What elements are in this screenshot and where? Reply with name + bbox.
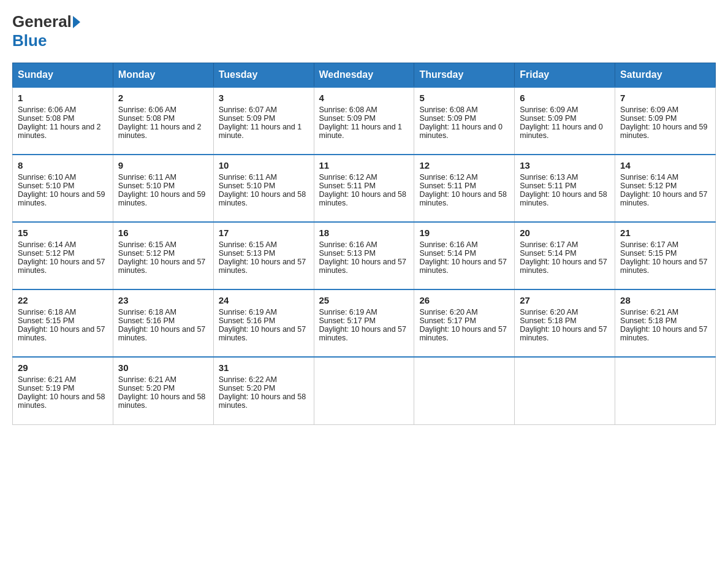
sunrise-text: Sunrise: 6:21 AM bbox=[620, 308, 678, 316]
week-row-3: 15Sunrise: 6:14 AMSunset: 5:12 PMDayligh… bbox=[13, 222, 716, 289]
sunrise-text: Sunrise: 6:20 AM bbox=[419, 308, 477, 316]
sunrise-text: Sunrise: 6:21 AM bbox=[18, 375, 76, 384]
calendar-cell bbox=[615, 357, 716, 424]
sunrise-text: Sunrise: 6:15 AM bbox=[219, 240, 277, 249]
day-number: 29 bbox=[18, 362, 108, 373]
week-row-2: 8Sunrise: 6:10 AMSunset: 5:10 PMDaylight… bbox=[13, 155, 716, 222]
week-row-5: 29Sunrise: 6:21 AMSunset: 5:19 PMDayligh… bbox=[13, 357, 716, 424]
day-number: 26 bbox=[419, 295, 509, 305]
day-number: 20 bbox=[520, 228, 610, 238]
daylight-text: Daylight: 10 hours and 57 minutes. bbox=[620, 325, 707, 342]
sunset-text: Sunset: 5:09 PM bbox=[520, 114, 576, 123]
sunset-text: Sunset: 5:10 PM bbox=[118, 182, 175, 190]
week-row-4: 22Sunrise: 6:18 AMSunset: 5:15 PMDayligh… bbox=[13, 289, 716, 357]
calendar-cell: 2Sunrise: 6:06 AMSunset: 5:08 PMDaylight… bbox=[113, 87, 213, 155]
calendar-cell: 27Sunrise: 6:20 AMSunset: 5:18 PMDayligh… bbox=[515, 289, 615, 357]
sunrise-text: Sunrise: 6:09 AM bbox=[520, 105, 578, 114]
sunrise-text: Sunrise: 6:20 AM bbox=[520, 308, 578, 316]
calendar-cell: 23Sunrise: 6:18 AMSunset: 5:16 PMDayligh… bbox=[113, 289, 213, 357]
sunset-text: Sunset: 5:17 PM bbox=[419, 316, 476, 325]
calendar-cell: 1Sunrise: 6:06 AMSunset: 5:08 PMDaylight… bbox=[13, 87, 113, 155]
sunrise-text: Sunrise: 6:08 AM bbox=[419, 105, 477, 114]
day-number: 30 bbox=[118, 362, 208, 373]
sunset-text: Sunset: 5:13 PM bbox=[319, 249, 376, 258]
sunrise-text: Sunrise: 6:13 AM bbox=[520, 173, 578, 182]
calendar-cell: 30Sunrise: 6:21 AMSunset: 5:20 PMDayligh… bbox=[113, 357, 213, 424]
sunrise-text: Sunrise: 6:18 AM bbox=[118, 308, 176, 316]
daylight-text: Daylight: 10 hours and 58 minutes. bbox=[419, 190, 506, 207]
sunset-text: Sunset: 5:09 PM bbox=[620, 114, 677, 123]
sunrise-text: Sunrise: 6:12 AM bbox=[319, 173, 377, 182]
calendar-cell: 20Sunrise: 6:17 AMSunset: 5:14 PMDayligh… bbox=[515, 222, 615, 289]
sunset-text: Sunset: 5:18 PM bbox=[620, 316, 677, 325]
sunrise-text: Sunrise: 6:18 AM bbox=[18, 308, 76, 316]
sunrise-text: Sunrise: 6:22 AM bbox=[219, 375, 277, 384]
calendar-cell: 24Sunrise: 6:19 AMSunset: 5:16 PMDayligh… bbox=[213, 289, 314, 357]
sunset-text: Sunset: 5:15 PM bbox=[620, 249, 677, 258]
sunset-text: Sunset: 5:14 PM bbox=[520, 249, 576, 258]
calendar-cell: 31Sunrise: 6:22 AMSunset: 5:20 PMDayligh… bbox=[213, 357, 314, 424]
day-number: 27 bbox=[520, 295, 610, 305]
header-wednesday: Wednesday bbox=[314, 63, 414, 88]
calendar-cell: 16Sunrise: 6:15 AMSunset: 5:12 PMDayligh… bbox=[113, 222, 213, 289]
sunset-text: Sunset: 5:09 PM bbox=[419, 114, 476, 123]
day-number: 23 bbox=[118, 295, 208, 305]
day-number: 15 bbox=[18, 228, 108, 238]
daylight-text: Daylight: 10 hours and 57 minutes. bbox=[118, 258, 205, 275]
daylight-text: Daylight: 11 hours and 1 minute. bbox=[319, 123, 403, 140]
daylight-text: Daylight: 10 hours and 57 minutes. bbox=[18, 325, 105, 342]
sunrise-text: Sunrise: 6:12 AM bbox=[419, 173, 477, 182]
sunset-text: Sunset: 5:18 PM bbox=[520, 316, 576, 325]
daylight-text: Daylight: 11 hours and 0 minutes. bbox=[520, 123, 603, 140]
day-number: 21 bbox=[620, 228, 710, 238]
day-number: 6 bbox=[520, 93, 610, 103]
header-sunday: Sunday bbox=[13, 63, 113, 88]
day-number: 4 bbox=[319, 93, 409, 103]
calendar-cell: 13Sunrise: 6:13 AMSunset: 5:11 PMDayligh… bbox=[515, 155, 615, 222]
calendar-cell: 26Sunrise: 6:20 AMSunset: 5:17 PMDayligh… bbox=[414, 289, 515, 357]
calendar-cell: 6Sunrise: 6:09 AMSunset: 5:09 PMDaylight… bbox=[515, 87, 615, 155]
sunrise-text: Sunrise: 6:07 AM bbox=[219, 105, 277, 114]
day-number: 14 bbox=[620, 160, 710, 170]
sunrise-text: Sunrise: 6:11 AM bbox=[118, 173, 176, 182]
sunrise-text: Sunrise: 6:06 AM bbox=[118, 105, 176, 114]
sunset-text: Sunset: 5:20 PM bbox=[219, 384, 275, 393]
daylight-text: Daylight: 10 hours and 57 minutes. bbox=[319, 258, 406, 275]
calendar-cell: 5Sunrise: 6:08 AMSunset: 5:09 PMDaylight… bbox=[414, 87, 515, 155]
daylight-text: Daylight: 10 hours and 59 minutes. bbox=[18, 190, 105, 207]
day-number: 16 bbox=[118, 228, 208, 238]
sunset-text: Sunset: 5:11 PM bbox=[419, 182, 476, 190]
sunset-text: Sunset: 5:14 PM bbox=[419, 249, 476, 258]
calendar-cell bbox=[314, 357, 414, 424]
daylight-text: Daylight: 10 hours and 58 minutes. bbox=[219, 190, 306, 207]
calendar-cell: 8Sunrise: 6:10 AMSunset: 5:10 PMDaylight… bbox=[13, 155, 113, 222]
daylight-text: Daylight: 10 hours and 59 minutes. bbox=[620, 123, 707, 140]
logo-arrow-icon bbox=[73, 16, 80, 28]
sunrise-text: Sunrise: 6:16 AM bbox=[319, 240, 377, 249]
page-header: General Blue bbox=[12, 12, 716, 50]
sunset-text: Sunset: 5:11 PM bbox=[520, 182, 576, 190]
calendar-cell bbox=[515, 357, 615, 424]
daylight-text: Daylight: 11 hours and 1 minute. bbox=[219, 123, 302, 140]
daylight-text: Daylight: 10 hours and 57 minutes. bbox=[118, 325, 205, 342]
calendar-cell: 17Sunrise: 6:15 AMSunset: 5:13 PMDayligh… bbox=[213, 222, 314, 289]
logo-general-text: General bbox=[12, 12, 72, 31]
logo-blue-text: Blue bbox=[12, 31, 47, 50]
sunset-text: Sunset: 5:10 PM bbox=[18, 182, 74, 190]
daylight-text: Daylight: 10 hours and 57 minutes. bbox=[620, 190, 707, 207]
header-friday: Friday bbox=[515, 63, 615, 88]
sunrise-text: Sunrise: 6:06 AM bbox=[18, 105, 76, 114]
daylight-text: Daylight: 11 hours and 2 minutes. bbox=[18, 123, 101, 140]
sunrise-text: Sunrise: 6:15 AM bbox=[118, 240, 176, 249]
calendar-cell: 7Sunrise: 6:09 AMSunset: 5:09 PMDaylight… bbox=[615, 87, 716, 155]
daylight-text: Daylight: 10 hours and 57 minutes. bbox=[520, 325, 607, 342]
day-number: 13 bbox=[520, 160, 610, 170]
daylight-text: Daylight: 10 hours and 58 minutes. bbox=[520, 190, 607, 207]
day-number: 28 bbox=[620, 295, 710, 305]
sunset-text: Sunset: 5:13 PM bbox=[219, 249, 275, 258]
day-number: 9 bbox=[118, 160, 208, 170]
day-number: 31 bbox=[219, 362, 309, 373]
calendar-cell: 25Sunrise: 6:19 AMSunset: 5:17 PMDayligh… bbox=[314, 289, 414, 357]
day-number: 5 bbox=[419, 93, 509, 103]
sunset-text: Sunset: 5:19 PM bbox=[18, 384, 74, 393]
